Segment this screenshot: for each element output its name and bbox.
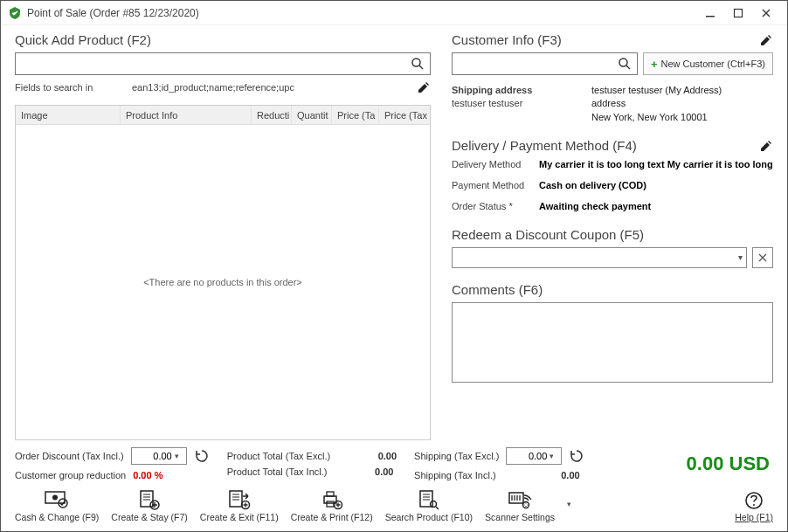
document-exit-icon (227, 489, 252, 510)
chevron-down-icon: ▾ (547, 452, 554, 460)
address-line-1: testuser testuser (My Address) (591, 84, 773, 97)
app-window: Point of Sale (Order #85 12/23/2020) Qui… (0, 0, 788, 532)
svg-point-2 (412, 59, 420, 66)
search-product-button[interactable]: Search Product (F10) (385, 489, 473, 522)
payment-method-value: Cash on delivery (COD) (539, 179, 773, 192)
search-icon (618, 57, 632, 71)
window-title: Point of Sale (Order #85 12/23/2020) (27, 7, 696, 19)
shipping-name: testuser testuser (452, 97, 539, 110)
search-fields-value: ean13;id_product;name;reference;upc (128, 80, 411, 94)
grid-empty-message: <There are no products in this order> (16, 125, 430, 439)
quick-add-search[interactable] (15, 52, 431, 75)
plus-icon: + (651, 58, 658, 71)
customer-info-title: Customer Info (F3) (452, 32, 773, 47)
col-reduction[interactable]: Reducti (252, 106, 292, 124)
edit-fields-icon[interactable] (417, 80, 431, 94)
col-price-excl[interactable]: Price (Ta (332, 106, 379, 124)
search-fields-row: Fields to search in ean13;id_product;nam… (15, 80, 431, 94)
edit-delivery-icon[interactable] (759, 139, 773, 153)
help-icon (744, 491, 764, 510)
document-add-icon (138, 489, 161, 510)
footer-menu-caret[interactable]: ▾ (567, 500, 571, 522)
shipping-incl-value: 0.00 (545, 470, 580, 480)
titlebar: Point of Sale (Order #85 12/23/2020) (1, 1, 787, 25)
svg-point-3 (619, 59, 627, 66)
col-image[interactable]: Image (16, 106, 121, 124)
cash-icon (44, 490, 70, 509)
svg-rect-1 (735, 9, 743, 17)
product-total-excl-label: Product Total (Tax Excl.) (227, 451, 330, 461)
svg-point-5 (52, 495, 58, 501)
chevron-down-icon: ▾ (738, 252, 743, 262)
product-total-incl-value: 0.00 (358, 466, 393, 477)
customer-search[interactable] (452, 52, 638, 75)
comments-title: Comments (F6) (452, 282, 773, 297)
order-discount-input[interactable] (137, 451, 172, 461)
col-price-incl[interactable]: Price (Tax I (379, 106, 430, 124)
order-discount-label: Order Discount (Tax Incl.) (15, 451, 124, 461)
customer-group-value: 0.00 % (133, 470, 162, 480)
scanner-settings-button[interactable]: Scanner Settings (485, 489, 555, 522)
customer-search-input[interactable] (458, 58, 618, 70)
coupon-title: Redeem a Discount Coupon (F5) (452, 227, 773, 242)
shipping-input[interactable] (512, 451, 547, 461)
create-exit-button[interactable]: Create & Exit (F11) (200, 489, 279, 522)
col-quantity[interactable]: Quantit (292, 106, 332, 124)
grand-total: 0.00 USD (602, 453, 773, 475)
maximize-button[interactable] (724, 3, 752, 24)
customer-group-label: Customer group reduction (15, 470, 126, 480)
scanner-icon (507, 489, 533, 510)
chevron-down-icon: ▾ (172, 452, 179, 460)
create-stay-button[interactable]: Create & Stay (F7) (111, 489, 188, 522)
order-discount-spinner[interactable]: ▾ (131, 447, 187, 465)
svg-rect-7 (141, 491, 153, 507)
shipping-incl-label: Shipping (Tax Incl.) (414, 470, 496, 480)
svg-rect-0 (706, 16, 715, 17)
clear-coupon-button[interactable] (752, 247, 773, 268)
create-print-button[interactable]: Create & Print (F12) (291, 489, 373, 522)
minimize-button[interactable] (696, 3, 724, 24)
svg-rect-9 (230, 491, 242, 507)
close-button[interactable] (752, 3, 780, 24)
address-line-2: address (591, 97, 773, 110)
printer-add-icon (320, 489, 344, 510)
svg-rect-13 (327, 501, 334, 507)
delivery-method-value: My carrier it is too long text My carrie… (539, 158, 773, 172)
help-button[interactable]: Help (F1) (735, 491, 773, 522)
order-status-label: Order Status * (452, 200, 539, 213)
comments-input[interactable] (452, 302, 773, 383)
col-product-info[interactable]: Product Info (121, 106, 252, 124)
product-total-excl-value: 0.00 (362, 451, 397, 461)
svg-point-20 (753, 504, 755, 506)
shipping-spinner[interactable]: ▾ (506, 447, 562, 465)
edit-customer-icon[interactable] (759, 33, 773, 47)
products-grid: Image Product Info Reducti Quantit Price… (15, 105, 431, 440)
shipping-excl-label: Shipping (Tax Excl.) (414, 451, 499, 461)
search-fields-label: Fields to search in (15, 82, 128, 93)
quick-add-title: Quick Add Product (F2) (15, 32, 431, 47)
refresh-shipping-icon[interactable] (569, 448, 584, 464)
address-line-3: New York, New York 10001 (591, 111, 773, 124)
product-total-incl-label: Product Total (Tax Incl.) (227, 466, 328, 477)
svg-point-16 (430, 501, 436, 508)
quick-add-input[interactable] (21, 58, 411, 70)
order-status-value: Awaiting check payment (539, 200, 773, 213)
coupon-dropdown[interactable]: ▾ (452, 247, 747, 268)
app-icon (8, 6, 22, 20)
payment-method-label: Payment Method (452, 179, 539, 192)
close-icon (758, 253, 767, 262)
search-icon (411, 57, 425, 71)
shipping-address-label: Shipping address (452, 84, 539, 97)
document-search-icon (418, 489, 440, 510)
refresh-discount-icon[interactable] (194, 448, 210, 464)
new-customer-button[interactable]: + New Customer (Ctrl+F3) (643, 52, 773, 75)
cash-change-button[interactable]: Cash & Change (F9) (15, 489, 99, 522)
delivery-method-label: Delivery Method (452, 158, 539, 172)
coupon-input[interactable] (456, 251, 738, 264)
delivery-payment-title: Delivery / Payment Method (F4) (452, 138, 773, 153)
